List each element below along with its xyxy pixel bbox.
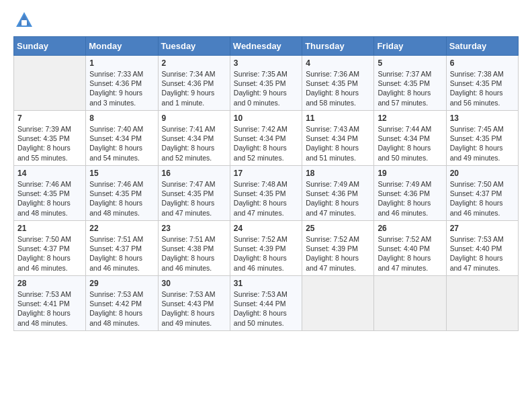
day-cell: 27Sunrise: 7:53 AMSunset: 4:40 PMDayligh… (446, 221, 518, 276)
day-number: 8 (89, 113, 154, 123)
weekday-header-sunday: Sunday (14, 37, 86, 56)
day-info: Sunrise: 7:34 AMSunset: 4:36 PMDaylight:… (162, 69, 226, 107)
day-cell (302, 276, 374, 331)
day-cell: 29Sunrise: 7:53 AMSunset: 4:42 PMDayligh… (86, 276, 158, 331)
week-row-4: 28Sunrise: 7:53 AMSunset: 4:41 PMDayligh… (14, 276, 519, 331)
weekday-header-friday: Friday (374, 37, 446, 56)
day-number: 31 (234, 279, 298, 288)
day-info: Sunrise: 7:48 AMSunset: 4:35 PMDaylight:… (234, 179, 298, 218)
day-cell: 13Sunrise: 7:45 AMSunset: 4:35 PMDayligh… (446, 111, 518, 166)
day-number: 29 (89, 279, 154, 288)
day-info: Sunrise: 7:39 AMSunset: 4:35 PMDaylight:… (17, 124, 82, 163)
day-cell: 25Sunrise: 7:52 AMSunset: 4:39 PMDayligh… (302, 221, 374, 276)
logo-text (13, 11, 34, 30)
day-number: 22 (89, 224, 154, 233)
day-cell (374, 276, 446, 331)
day-cell: 4Sunrise: 7:36 AMSunset: 4:35 PMDaylight… (302, 56, 374, 111)
day-number: 2 (162, 58, 226, 68)
day-cell (14, 56, 86, 111)
day-number: 23 (162, 224, 226, 233)
weekday-header-saturday: Saturday (446, 37, 518, 56)
day-info: Sunrise: 7:49 AMSunset: 4:36 PMDaylight:… (378, 179, 442, 218)
day-cell: 23Sunrise: 7:51 AMSunset: 4:38 PMDayligh… (158, 221, 230, 276)
day-info: Sunrise: 7:46 AMSunset: 4:35 PMDaylight:… (17, 179, 82, 218)
day-cell: 20Sunrise: 7:50 AMSunset: 4:37 PMDayligh… (446, 166, 518, 221)
day-info: Sunrise: 7:40 AMSunset: 4:34 PMDaylight:… (89, 124, 154, 163)
day-number: 27 (450, 224, 515, 233)
day-number: 26 (378, 224, 442, 233)
day-number: 4 (306, 58, 370, 68)
day-info: Sunrise: 7:45 AMSunset: 4:35 PMDaylight:… (450, 124, 515, 163)
header (13, 11, 519, 30)
day-number: 25 (306, 224, 370, 233)
day-cell: 22Sunrise: 7:51 AMSunset: 4:37 PMDayligh… (86, 221, 158, 276)
day-number: 18 (306, 169, 370, 178)
day-number: 9 (162, 113, 226, 123)
page-container: SundayMondayTuesdayWednesdayThursdayFrid… (0, 0, 532, 338)
day-number: 17 (234, 169, 298, 178)
logo-icon (15, 11, 34, 30)
day-cell: 17Sunrise: 7:48 AMSunset: 4:35 PMDayligh… (230, 166, 302, 221)
day-info: Sunrise: 7:47 AMSunset: 4:35 PMDaylight:… (162, 179, 226, 218)
week-row-3: 21Sunrise: 7:50 AMSunset: 4:37 PMDayligh… (14, 221, 519, 276)
day-info: Sunrise: 7:38 AMSunset: 4:35 PMDaylight:… (450, 69, 515, 107)
day-info: Sunrise: 7:52 AMSunset: 4:39 PMDaylight:… (306, 234, 370, 273)
weekday-header-monday: Monday (86, 37, 158, 56)
day-number: 19 (378, 169, 442, 178)
day-number: 13 (450, 113, 515, 123)
day-info: Sunrise: 7:44 AMSunset: 4:34 PMDaylight:… (378, 124, 442, 163)
day-number: 1 (89, 58, 154, 68)
day-cell: 31Sunrise: 7:53 AMSunset: 4:44 PMDayligh… (230, 276, 302, 331)
day-number: 21 (17, 224, 82, 233)
weekday-header-wednesday: Wednesday (230, 37, 302, 56)
day-number: 6 (450, 58, 515, 68)
calendar-table: SundayMondayTuesdayWednesdayThursdayFrid… (13, 36, 519, 331)
day-info: Sunrise: 7:50 AMSunset: 4:37 PMDaylight:… (450, 179, 515, 218)
svg-rect-2 (21, 20, 27, 26)
day-info: Sunrise: 7:53 AMSunset: 4:40 PMDaylight:… (450, 234, 515, 273)
day-number: 12 (378, 113, 442, 123)
day-cell: 16Sunrise: 7:47 AMSunset: 4:35 PMDayligh… (158, 166, 230, 221)
day-info: Sunrise: 7:52 AMSunset: 4:40 PMDaylight:… (378, 234, 442, 273)
day-number: 15 (89, 169, 154, 178)
day-info: Sunrise: 7:51 AMSunset: 4:38 PMDaylight:… (162, 234, 226, 273)
day-info: Sunrise: 7:35 AMSunset: 4:35 PMDaylight:… (234, 69, 298, 107)
day-number: 7 (17, 113, 82, 123)
day-info: Sunrise: 7:49 AMSunset: 4:36 PMDaylight:… (306, 179, 370, 218)
day-cell: 11Sunrise: 7:43 AMSunset: 4:34 PMDayligh… (302, 111, 374, 166)
day-cell: 30Sunrise: 7:53 AMSunset: 4:43 PMDayligh… (158, 276, 230, 331)
day-info: Sunrise: 7:53 AMSunset: 4:44 PMDaylight:… (234, 289, 298, 328)
day-cell: 15Sunrise: 7:46 AMSunset: 4:35 PMDayligh… (86, 166, 158, 221)
day-number: 3 (234, 58, 298, 68)
day-cell: 26Sunrise: 7:52 AMSunset: 4:40 PMDayligh… (374, 221, 446, 276)
day-info: Sunrise: 7:51 AMSunset: 4:37 PMDaylight:… (89, 234, 154, 273)
day-cell: 28Sunrise: 7:53 AMSunset: 4:41 PMDayligh… (14, 276, 86, 331)
day-number: 20 (450, 169, 515, 178)
day-cell: 7Sunrise: 7:39 AMSunset: 4:35 PMDaylight… (14, 111, 86, 166)
day-number: 16 (162, 169, 226, 178)
day-number: 24 (234, 224, 298, 233)
week-row-1: 7Sunrise: 7:39 AMSunset: 4:35 PMDaylight… (14, 111, 519, 166)
calendar-header: SundayMondayTuesdayWednesdayThursdayFrid… (14, 37, 519, 56)
day-info: Sunrise: 7:37 AMSunset: 4:35 PMDaylight:… (378, 69, 442, 107)
day-cell: 19Sunrise: 7:49 AMSunset: 4:36 PMDayligh… (374, 166, 446, 221)
day-number: 30 (162, 279, 226, 288)
day-cell: 5Sunrise: 7:37 AMSunset: 4:35 PMDaylight… (374, 56, 446, 111)
day-info: Sunrise: 7:53 AMSunset: 4:42 PMDaylight:… (89, 289, 154, 328)
day-info: Sunrise: 7:33 AMSunset: 4:36 PMDaylight:… (89, 69, 154, 107)
day-cell: 24Sunrise: 7:52 AMSunset: 4:39 PMDayligh… (230, 221, 302, 276)
week-row-0: 1Sunrise: 7:33 AMSunset: 4:36 PMDaylight… (14, 56, 519, 111)
day-number: 10 (234, 113, 298, 123)
day-cell: 12Sunrise: 7:44 AMSunset: 4:34 PMDayligh… (374, 111, 446, 166)
day-number: 5 (378, 58, 442, 68)
day-cell: 18Sunrise: 7:49 AMSunset: 4:36 PMDayligh… (302, 166, 374, 221)
day-cell: 2Sunrise: 7:34 AMSunset: 4:36 PMDaylight… (158, 56, 230, 111)
logo (13, 11, 34, 30)
day-number: 11 (306, 113, 370, 123)
day-info: Sunrise: 7:53 AMSunset: 4:41 PMDaylight:… (17, 289, 82, 328)
day-cell (446, 276, 518, 331)
weekday-row: SundayMondayTuesdayWednesdayThursdayFrid… (14, 37, 519, 56)
day-info: Sunrise: 7:46 AMSunset: 4:35 PMDaylight:… (89, 179, 154, 218)
day-number: 28 (17, 279, 82, 288)
weekday-header-thursday: Thursday (302, 37, 374, 56)
